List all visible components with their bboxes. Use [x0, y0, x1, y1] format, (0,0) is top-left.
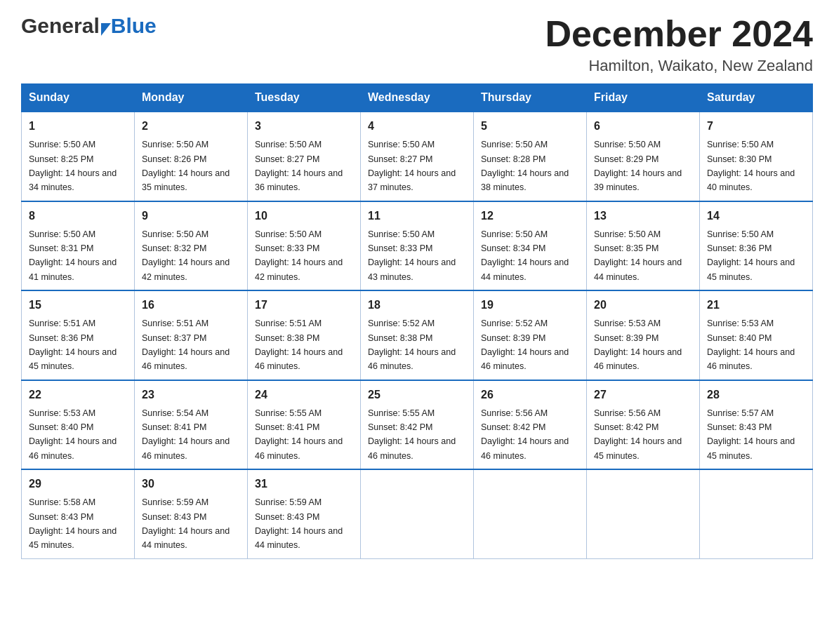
day-info: Sunrise: 5:51 AMSunset: 8:37 PMDaylight:… — [142, 318, 230, 371]
calendar-day-cell: 7 Sunrise: 5:50 AMSunset: 8:30 PMDayligh… — [700, 112, 813, 201]
day-number: 6 — [594, 118, 692, 135]
day-info: Sunrise: 5:59 AMSunset: 8:43 PMDaylight:… — [255, 497, 343, 550]
day-number: 29 — [29, 476, 127, 492]
day-number: 11 — [368, 208, 466, 224]
day-info: Sunrise: 5:50 AMSunset: 8:27 PMDaylight:… — [368, 140, 456, 192]
day-info: Sunrise: 5:55 AMSunset: 8:42 PMDaylight:… — [368, 408, 456, 461]
page-header: General Blue December 2024 Hamilton, Wai… — [21, 14, 813, 75]
calendar-day-cell: 1 Sunrise: 5:50 AMSunset: 8:25 PMDayligh… — [22, 112, 135, 201]
logo: General Blue — [21, 14, 157, 38]
calendar-day-cell: 29 Sunrise: 5:58 AMSunset: 8:43 PMDaylig… — [22, 469, 135, 558]
calendar-week-row: 8 Sunrise: 5:50 AMSunset: 8:31 PMDayligh… — [22, 201, 813, 291]
calendar-day-cell: 11 Sunrise: 5:50 AMSunset: 8:33 PMDaylig… — [361, 201, 474, 291]
day-number: 18 — [368, 297, 466, 314]
calendar-day-cell: 3 Sunrise: 5:50 AMSunset: 8:27 PMDayligh… — [248, 112, 361, 201]
calendar-day-cell: 22 Sunrise: 5:53 AMSunset: 8:40 PMDaylig… — [22, 380, 135, 470]
calendar-day-cell: 14 Sunrise: 5:50 AMSunset: 8:36 PMDaylig… — [700, 201, 813, 291]
calendar-day-cell: 9 Sunrise: 5:50 AMSunset: 8:32 PMDayligh… — [135, 201, 248, 291]
day-info: Sunrise: 5:51 AMSunset: 8:38 PMDaylight:… — [255, 318, 343, 371]
month-title: December 2024 — [545, 14, 813, 54]
day-number: 7 — [707, 118, 805, 135]
day-number: 9 — [142, 208, 240, 224]
day-info: Sunrise: 5:50 AMSunset: 8:34 PMDaylight:… — [481, 229, 569, 282]
day-info: Sunrise: 5:58 AMSunset: 8:43 PMDaylight:… — [29, 497, 117, 550]
calendar-day-cell: 31 Sunrise: 5:59 AMSunset: 8:43 PMDaylig… — [248, 469, 361, 558]
calendar-day-cell: 15 Sunrise: 5:51 AMSunset: 8:36 PMDaylig… — [22, 290, 135, 380]
logo-arrow-icon — [101, 23, 111, 36]
day-info: Sunrise: 5:52 AMSunset: 8:39 PMDaylight:… — [481, 318, 569, 371]
calendar-day-cell: 13 Sunrise: 5:50 AMSunset: 8:35 PMDaylig… — [587, 201, 700, 291]
day-info: Sunrise: 5:50 AMSunset: 8:36 PMDaylight:… — [707, 229, 795, 282]
day-info: Sunrise: 5:52 AMSunset: 8:38 PMDaylight:… — [368, 318, 456, 371]
calendar-day-cell: 24 Sunrise: 5:55 AMSunset: 8:41 PMDaylig… — [248, 380, 361, 470]
day-number: 23 — [142, 387, 240, 403]
day-info: Sunrise: 5:50 AMSunset: 8:31 PMDaylight:… — [29, 229, 117, 282]
calendar-day-cell: 10 Sunrise: 5:50 AMSunset: 8:33 PMDaylig… — [248, 201, 361, 291]
day-number: 26 — [481, 387, 579, 403]
calendar-day-cell: 6 Sunrise: 5:50 AMSunset: 8:29 PMDayligh… — [587, 112, 700, 201]
calendar-day-cell: 2 Sunrise: 5:50 AMSunset: 8:26 PMDayligh… — [135, 112, 248, 201]
day-number: 10 — [255, 208, 353, 224]
day-number: 19 — [481, 297, 579, 314]
calendar-day-cell: 5 Sunrise: 5:50 AMSunset: 8:28 PMDayligh… — [474, 112, 587, 201]
calendar-day-cell: 8 Sunrise: 5:50 AMSunset: 8:31 PMDayligh… — [22, 201, 135, 291]
calendar-day-cell: 21 Sunrise: 5:53 AMSunset: 8:40 PMDaylig… — [700, 290, 813, 380]
day-info: Sunrise: 5:56 AMSunset: 8:42 PMDaylight:… — [481, 408, 569, 461]
calendar-day-cell: 30 Sunrise: 5:59 AMSunset: 8:43 PMDaylig… — [135, 469, 248, 558]
calendar-day-cell: 20 Sunrise: 5:53 AMSunset: 8:39 PMDaylig… — [587, 290, 700, 380]
calendar-day-cell: 25 Sunrise: 5:55 AMSunset: 8:42 PMDaylig… — [361, 380, 474, 470]
day-info: Sunrise: 5:57 AMSunset: 8:43 PMDaylight:… — [707, 408, 795, 461]
day-number: 27 — [594, 387, 692, 403]
calendar-day-header: Tuesday — [248, 84, 361, 112]
calendar-day-cell: 26 Sunrise: 5:56 AMSunset: 8:42 PMDaylig… — [474, 380, 587, 470]
calendar-header-row: SundayMondayTuesdayWednesdayThursdayFrid… — [22, 84, 813, 112]
day-number: 24 — [255, 387, 353, 403]
day-number: 5 — [481, 118, 579, 135]
day-info: Sunrise: 5:50 AMSunset: 8:29 PMDaylight:… — [594, 140, 682, 192]
day-info: Sunrise: 5:50 AMSunset: 8:25 PMDaylight:… — [29, 140, 117, 192]
day-number: 1 — [29, 118, 127, 135]
calendar-table: SundayMondayTuesdayWednesdayThursdayFrid… — [21, 83, 813, 559]
day-number: 17 — [255, 297, 353, 314]
day-number: 2 — [142, 118, 240, 135]
day-number: 3 — [255, 118, 353, 135]
day-info: Sunrise: 5:50 AMSunset: 8:32 PMDaylight:… — [142, 229, 230, 282]
day-number: 21 — [707, 297, 805, 314]
calendar-day-cell — [700, 469, 813, 558]
day-info: Sunrise: 5:50 AMSunset: 8:35 PMDaylight:… — [594, 229, 682, 282]
day-info: Sunrise: 5:51 AMSunset: 8:36 PMDaylight:… — [29, 318, 117, 371]
day-number: 12 — [481, 208, 579, 224]
location-title: Hamilton, Waikato, New Zealand — [545, 57, 813, 75]
day-info: Sunrise: 5:56 AMSunset: 8:42 PMDaylight:… — [594, 408, 682, 461]
logo-general-text: General — [21, 14, 100, 38]
day-info: Sunrise: 5:55 AMSunset: 8:41 PMDaylight:… — [255, 408, 343, 461]
calendar-day-header: Thursday — [474, 84, 587, 112]
calendar-day-cell: 27 Sunrise: 5:56 AMSunset: 8:42 PMDaylig… — [587, 380, 700, 470]
calendar-week-row: 29 Sunrise: 5:58 AMSunset: 8:43 PMDaylig… — [22, 469, 813, 558]
calendar-day-cell: 28 Sunrise: 5:57 AMSunset: 8:43 PMDaylig… — [700, 380, 813, 470]
day-number: 20 — [594, 297, 692, 314]
calendar-day-cell — [361, 469, 474, 558]
day-info: Sunrise: 5:50 AMSunset: 8:26 PMDaylight:… — [142, 140, 230, 192]
calendar-day-cell: 4 Sunrise: 5:50 AMSunset: 8:27 PMDayligh… — [361, 112, 474, 201]
day-number: 16 — [142, 297, 240, 314]
day-info: Sunrise: 5:59 AMSunset: 8:43 PMDaylight:… — [142, 497, 230, 550]
day-number: 15 — [29, 297, 127, 314]
day-number: 8 — [29, 208, 127, 224]
title-block: December 2024 Hamilton, Waikato, New Zea… — [545, 14, 813, 75]
day-number: 31 — [255, 476, 353, 492]
calendar-day-header: Sunday — [22, 84, 135, 112]
day-number: 30 — [142, 476, 240, 492]
calendar-day-cell: 17 Sunrise: 5:51 AMSunset: 8:38 PMDaylig… — [248, 290, 361, 380]
day-number: 4 — [368, 118, 466, 135]
day-number: 14 — [707, 208, 805, 224]
calendar-day-cell: 18 Sunrise: 5:52 AMSunset: 8:38 PMDaylig… — [361, 290, 474, 380]
day-info: Sunrise: 5:50 AMSunset: 8:33 PMDaylight:… — [255, 229, 343, 282]
calendar-day-cell — [587, 469, 700, 558]
day-info: Sunrise: 5:53 AMSunset: 8:40 PMDaylight:… — [707, 318, 795, 371]
day-info: Sunrise: 5:53 AMSunset: 8:40 PMDaylight:… — [29, 408, 117, 461]
calendar-day-cell — [474, 469, 587, 558]
calendar-day-cell: 19 Sunrise: 5:52 AMSunset: 8:39 PMDaylig… — [474, 290, 587, 380]
day-info: Sunrise: 5:50 AMSunset: 8:28 PMDaylight:… — [481, 140, 569, 192]
day-info: Sunrise: 5:54 AMSunset: 8:41 PMDaylight:… — [142, 408, 230, 461]
